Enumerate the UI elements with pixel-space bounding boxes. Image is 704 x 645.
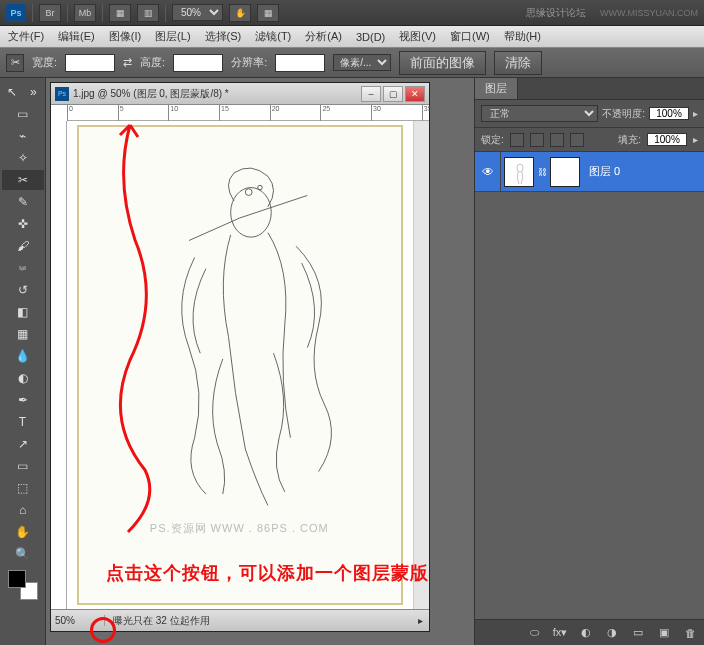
eraser-tool[interactable]: ◧ (2, 302, 44, 322)
adjustment-layer-button[interactable]: ◑ (604, 626, 620, 639)
path-tool[interactable]: ↗ (2, 434, 44, 454)
lock-pixels-button[interactable] (530, 133, 544, 147)
menu-file[interactable]: 文件(F) (8, 29, 44, 44)
shape-tool[interactable]: ▭ (2, 456, 44, 476)
lock-position-button[interactable] (550, 133, 564, 147)
menu-image[interactable]: 图像(I) (109, 29, 141, 44)
eyedropper-tool[interactable]: ✎ (2, 192, 44, 212)
menu-help[interactable]: 帮助(H) (504, 29, 541, 44)
layers-tab[interactable]: 图层 (475, 78, 518, 99)
blend-row: 正常 不透明度: ▸ (475, 100, 704, 128)
healing-tool[interactable]: ✜ (2, 214, 44, 234)
lock-all-button[interactable] (570, 133, 584, 147)
opacity-arrow-icon[interactable]: ▸ (693, 108, 698, 119)
ruler-tick: 15 (219, 105, 229, 121)
divider (32, 4, 33, 22)
svg-point-3 (517, 164, 523, 172)
zoom-select[interactable]: 50% (172, 4, 223, 21)
swap-button[interactable]: ⇄ (123, 56, 132, 69)
ruler-tick: 20 (270, 105, 280, 121)
lasso-tool[interactable]: ⌁ (2, 126, 44, 146)
opacity-input[interactable] (649, 107, 689, 120)
ruler-tick: 35 (422, 105, 432, 121)
doc-status-text: 曝光只在 32 位起作用 (105, 614, 210, 628)
layer-name[interactable]: 图层 0 (583, 164, 620, 179)
link-layers-button[interactable]: ⬭ (526, 626, 542, 639)
wand-tool[interactable]: ✧ (2, 148, 44, 168)
marquee-tool[interactable]: ▭ (2, 104, 44, 124)
screen-mode-button[interactable]: ▦ (109, 4, 131, 22)
mask-thumbnail[interactable] (550, 157, 580, 187)
canvas[interactable]: PS.资源网 WWW . 86PS . COM (67, 121, 413, 609)
extras-button[interactable]: ▦ (257, 4, 279, 22)
scrollbar-vertical[interactable] (413, 121, 429, 609)
resolution-label: 分辨率: (231, 55, 267, 70)
resolution-input[interactable] (275, 54, 325, 72)
fill-arrow-icon[interactable]: ▸ (693, 134, 698, 145)
pen-tool[interactable]: ✒ (2, 390, 44, 410)
new-layer-button[interactable]: ▣ (656, 626, 672, 639)
clear-button[interactable]: 清除 (494, 51, 542, 75)
image-frame: PS.资源网 WWW . 86PS . COM (77, 125, 403, 605)
menu-view[interactable]: 视图(V) (399, 29, 436, 44)
color-swatch[interactable] (8, 570, 38, 600)
options-bar: ✂ 宽度: ⇄ 高度: 分辨率: 像素/... 前面的图像 清除 (0, 48, 704, 78)
hand-button[interactable]: ✋ (229, 4, 251, 22)
mini-bridge-button[interactable]: Mb (74, 4, 96, 22)
zoom-tool[interactable]: 🔍 (2, 544, 44, 564)
add-mask-button[interactable]: ◐ (578, 626, 594, 639)
group-button[interactable]: ▭ (630, 626, 646, 639)
menu-filter[interactable]: 滤镜(T) (255, 29, 291, 44)
front-image-button[interactable]: 前面的图像 (399, 51, 486, 75)
document-statusbar: 50% 曝光只在 32 位起作用 ▸ (51, 609, 429, 631)
lock-transparent-button[interactable] (510, 133, 524, 147)
camera-tool[interactable]: ⌂ (2, 500, 44, 520)
bridge-button[interactable]: Br (39, 4, 61, 22)
crop-tool-icon[interactable]: ✂ (6, 54, 24, 72)
stamp-tool[interactable]: ⎃ (2, 258, 44, 278)
close-button[interactable]: ✕ (405, 86, 425, 102)
dodge-tool[interactable]: ◐ (2, 368, 44, 388)
hand-tool[interactable]: ✋ (2, 522, 44, 542)
menu-edit[interactable]: 编辑(E) (58, 29, 95, 44)
status-arrow-icon[interactable]: ▸ (412, 615, 429, 626)
brush-tool[interactable]: 🖌 (2, 236, 44, 256)
delete-layer-button[interactable]: 🗑 (682, 627, 698, 639)
brand-text: 思缘设计论坛 (526, 6, 586, 20)
crop-tool[interactable]: ✂ (2, 170, 44, 190)
menu-window[interactable]: 窗口(W) (450, 29, 490, 44)
height-label: 高度: (140, 55, 165, 70)
unit-select[interactable]: 像素/... (333, 54, 391, 71)
ruler-tick: 5 (118, 105, 124, 121)
layer-row[interactable]: 👁 ⛓ 图层 0 (475, 152, 704, 192)
doc-zoom-field[interactable]: 50% (51, 615, 105, 626)
menu-select[interactable]: 选择(S) (205, 29, 242, 44)
arrange-button[interactable]: ▥ (137, 4, 159, 22)
minimize-button[interactable]: – (361, 86, 381, 102)
blur-tool[interactable]: 💧 (2, 346, 44, 366)
3d-tool[interactable]: ⬚ (2, 478, 44, 498)
ruler-tick: 10 (168, 105, 178, 121)
visibility-toggle[interactable]: 👁 (475, 152, 501, 192)
ruler-tick: 0 (67, 105, 73, 121)
layer-thumbnail[interactable] (504, 157, 534, 187)
ruler-tick: 25 (320, 105, 330, 121)
blend-mode-select[interactable]: 正常 (481, 105, 598, 122)
app-top-bar: Ps Br Mb ▦ ▥ 50% ✋ ▦ 思缘设计论坛 WWW.MISSYUAN… (0, 0, 704, 26)
menu-analysis[interactable]: 分析(A) (305, 29, 342, 44)
menu-layer[interactable]: 图层(L) (155, 29, 190, 44)
layers-panel: 图层 正常 不透明度: ▸ 锁定: 填充: ▸ 👁 ⛓ (474, 78, 704, 645)
document-titlebar[interactable]: Ps 1.jpg @ 50% (图层 0, 图层蒙版/8) * – ▢ ✕ (51, 83, 429, 105)
width-input[interactable] (65, 54, 115, 72)
fx-button[interactable]: fx▾ (552, 626, 568, 639)
height-input[interactable] (173, 54, 223, 72)
fg-color[interactable] (8, 570, 26, 588)
move-tool[interactable]: ↖ (2, 82, 22, 102)
gradient-tool[interactable]: ▦ (2, 324, 44, 344)
fill-input[interactable] (647, 133, 687, 146)
maximize-button[interactable]: ▢ (383, 86, 403, 102)
expand-icon[interactable]: » (24, 82, 44, 102)
type-tool[interactable]: T (2, 412, 44, 432)
menu-3d[interactable]: 3D(D) (356, 31, 385, 43)
history-brush-tool[interactable]: ↺ (2, 280, 44, 300)
